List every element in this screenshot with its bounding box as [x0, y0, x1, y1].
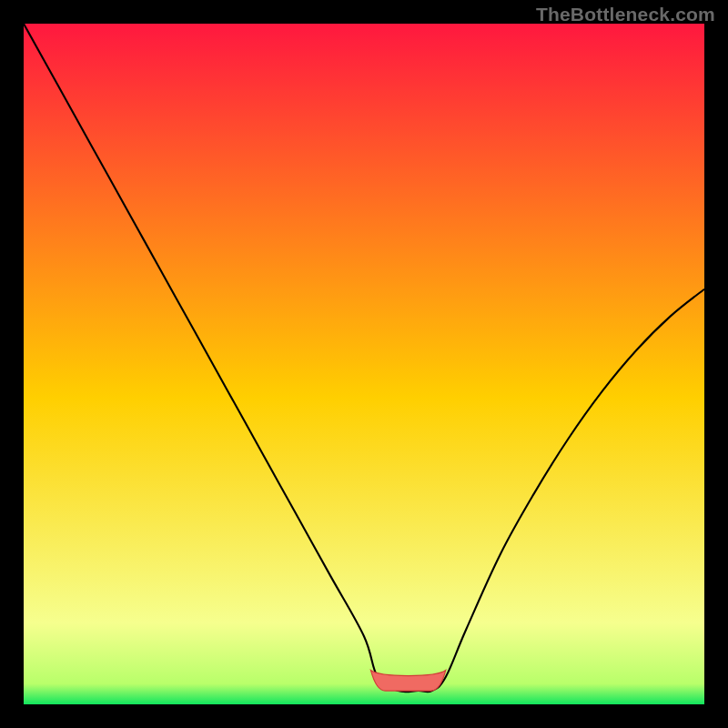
- chart-plot-area: [24, 24, 704, 704]
- chart-svg: [24, 24, 704, 704]
- svg-rect-0: [24, 24, 704, 704]
- watermark-text: TheBottleneck.com: [536, 4, 715, 25]
